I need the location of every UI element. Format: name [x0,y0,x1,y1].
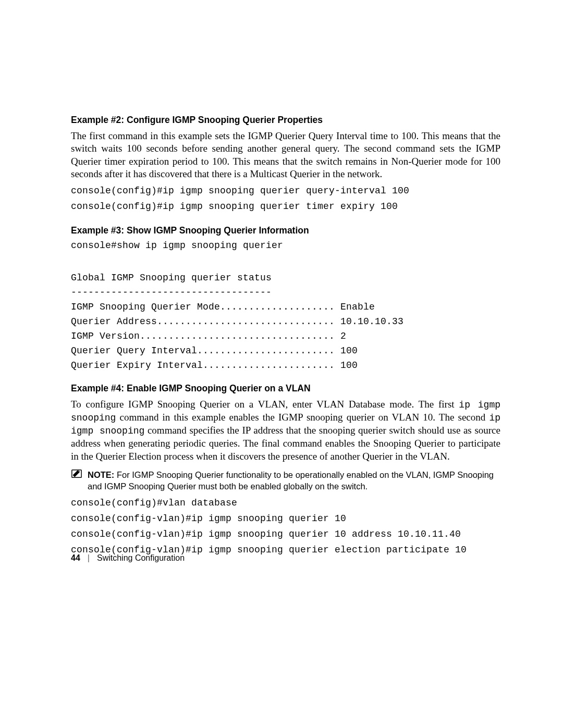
example2-cmd2: console(config)#ip igmp snooping querier… [71,201,500,212]
note-label: NOTE: [88,470,114,479]
example2-cmd1: console(config)#ip igmp snooping querier… [71,186,500,196]
footer-separator: | [88,553,90,563]
example4-cmd1: console(config)#vlan database [71,498,500,508]
example3-line7: Querier Expiry Interval.................… [71,360,500,371]
note-text: NOTE: For IGMP Snooping Querier function… [88,468,500,492]
example3-line1: Global IGMP Snooping querier status [71,273,500,283]
page-footer: 44 | Switching Configuration [71,553,185,563]
example4-heading: Example #4: Enable IGMP Snooping Querier… [71,383,500,394]
page-number: 44 [71,553,80,563]
example4-text1: To configure IGMP Snooping Querier on a … [71,399,459,410]
example2-heading: Example #2: Configure IGMP Snooping Quer… [71,115,500,126]
example3-heading: Example #3: Show IGMP Snooping Querier I… [71,225,500,236]
pencil-icon [71,468,82,482]
example4-cmd2: console(config-vlan)#ip igmp snooping qu… [71,513,500,524]
example3-line5: IGMP Version............................… [71,331,500,341]
example3-line2: ----------------------------------- [71,287,500,298]
example3-output-block: console#show ip igmp snooping querier Gl… [71,240,500,371]
example4-text2: command in this example enables the IGMP… [116,412,489,423]
page-content: Example #2: Configure IGMP Snooping Quer… [0,0,563,555]
footer-section: Switching Configuration [97,553,185,563]
example2-paragraph: The first command in this example sets t… [71,130,500,180]
note-row: NOTE: For IGMP Snooping Querier function… [71,468,500,492]
example3-cmd1: console#show ip igmp snooping querier [71,240,500,251]
note-body: For IGMP Snooping Querier functionality … [88,470,494,491]
example3-line6: Querier Query Interval..................… [71,346,500,356]
example3-line3: IGMP Snooping Querier Mode..............… [71,302,500,312]
example4-cmd3: console(config-vlan)#ip igmp snooping qu… [71,529,500,539]
example3-line4: Querier Address.........................… [71,316,500,327]
example4-paragraph: To configure IGMP Snooping Querier on a … [71,398,500,463]
